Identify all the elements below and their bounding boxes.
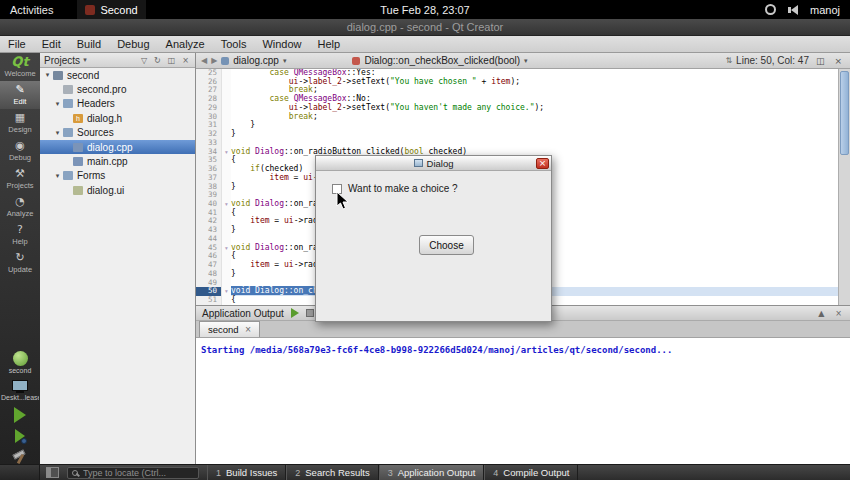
output-pane-button-application-output[interactable]: 3Application Output xyxy=(379,465,485,480)
window-list-label: Second xyxy=(100,4,137,16)
chevron-down-icon[interactable]: ▾ xyxy=(83,56,87,64)
code-text[interactable]: } xyxy=(231,121,838,130)
code-text[interactable]: ui->label_2->setText("You have chosen " … xyxy=(231,78,838,87)
close-editor-icon[interactable]: × xyxy=(831,56,845,66)
mode-update[interactable]: ↻Update xyxy=(0,249,40,277)
menu-item-window[interactable]: Window xyxy=(254,36,309,52)
output-tab-second[interactable]: second × xyxy=(199,321,260,337)
mode-debug[interactable]: ◉Debug xyxy=(0,137,40,165)
target-selector[interactable]: second Deskt...lease xyxy=(1,348,39,401)
mode-welcome[interactable]: QtWelcome xyxy=(0,53,40,81)
forward-icon[interactable]: ▶ xyxy=(211,56,217,65)
dialog-window[interactable]: Dialog × Want to make a choice ? Choose xyxy=(315,155,552,322)
mode-analyze[interactable]: ◔Analyze xyxy=(0,193,40,221)
tree-item-dialog-cpp[interactable]: dialog.cpp xyxy=(40,140,195,154)
tree-item-forms[interactable]: ▾Forms xyxy=(40,169,195,183)
volume-icon[interactable] xyxy=(788,5,798,15)
split-editor-icon[interactable]: ◫ xyxy=(813,56,828,66)
locator-input[interactable]: Type to locate (Ctrl... xyxy=(67,467,199,479)
tree-item-main-cpp[interactable]: main.cpp xyxy=(40,154,195,168)
tree-item-label: main.cpp xyxy=(87,156,128,167)
menu-item-file[interactable]: File xyxy=(0,36,34,52)
maximize-panel-icon[interactable]: ▲ xyxy=(816,309,826,318)
code-text[interactable]: ui->label_2->setText("You haven't made a… xyxy=(231,104,838,113)
app-icon xyxy=(85,5,95,15)
editor-scrollbar[interactable] xyxy=(838,69,850,305)
line-number[interactable]: 51 xyxy=(196,296,222,305)
expander-icon[interactable]: ▾ xyxy=(43,71,52,79)
fold-spacer xyxy=(222,86,231,95)
updown-icon[interactable]: ⇅ xyxy=(725,56,732,65)
scrollbar-thumb[interactable] xyxy=(840,71,849,155)
menu-item-build[interactable]: Build xyxy=(69,36,109,52)
accessibility-icon[interactable] xyxy=(765,4,776,15)
project-folder-icon xyxy=(53,71,63,80)
expander-icon[interactable]: ▾ xyxy=(53,100,62,108)
window-title: dialog.cpp - second - Qt Creator xyxy=(347,21,504,33)
expander-icon[interactable]: ▾ xyxy=(53,172,62,180)
menu-item-edit[interactable]: Edit xyxy=(34,36,69,52)
pane-number: 2 xyxy=(295,468,300,478)
checkbox-label[interactable]: Want to make a choice ? xyxy=(348,183,458,194)
fold-marker-icon[interactable]: ▾ xyxy=(222,148,231,157)
mode-help[interactable]: ?Help xyxy=(0,221,40,249)
tree-item-dialog-h[interactable]: hdialog.h xyxy=(40,111,195,125)
menu-item-debug[interactable]: Debug xyxy=(109,36,157,52)
menu-item-tools[interactable]: Tools xyxy=(213,36,255,52)
fold-marker-icon[interactable]: ▾ xyxy=(222,200,231,209)
bug-icon xyxy=(21,438,27,444)
output-pane-button-compile-output[interactable]: 4Compile Output xyxy=(484,465,578,480)
filter-icon[interactable]: ▽ xyxy=(139,56,149,65)
tree-item-second[interactable]: ▾second xyxy=(40,68,195,82)
menu-item-analyze[interactable]: Analyze xyxy=(158,36,213,52)
fold-marker-icon[interactable]: ▾ xyxy=(222,287,231,296)
fold-spacer xyxy=(222,252,231,261)
fold-marker-icon[interactable]: ▾ xyxy=(222,244,231,253)
output-console[interactable]: Starting /media/568a79e3-fc6f-4ce8-b998-… xyxy=(196,338,850,464)
output-pane-button-build-issues[interactable]: 1Build Issues xyxy=(207,465,286,480)
gnome-top-bar: Activities Second Tue Feb 28, 23:07 mano… xyxy=(0,0,850,19)
close-tab-icon[interactable]: × xyxy=(245,325,252,334)
choose-button[interactable]: Choose xyxy=(419,235,474,255)
symbol-dropdown[interactable]: Dialog::on_checkBox_clicked(bool) ▾ xyxy=(364,55,527,66)
mode-projects[interactable]: ⚒Projects xyxy=(0,165,40,193)
window-titlebar[interactable]: dialog.cpp - second - Qt Creator xyxy=(0,19,850,36)
tree-item-second-pro[interactable]: second.pro xyxy=(40,82,195,96)
output-pane-button-search-results[interactable]: 2Search Results xyxy=(286,465,378,480)
symbol-label: Dialog::on_checkBox_clicked(bool) xyxy=(364,55,520,66)
run-button[interactable] xyxy=(14,407,26,423)
close-panel-icon[interactable]: × xyxy=(180,56,191,65)
code-text[interactable]: } xyxy=(231,130,838,139)
activities-button[interactable]: Activities xyxy=(0,4,63,16)
stop-icon[interactable] xyxy=(306,309,314,317)
pane-number: 1 xyxy=(216,468,221,478)
expander-icon[interactable]: ▾ xyxy=(53,129,62,137)
user-menu[interactable]: manoj xyxy=(810,4,840,16)
fold-spacer xyxy=(222,104,231,113)
sidebar-toggle-button[interactable] xyxy=(46,467,59,478)
open-file-dropdown[interactable]: dialog.cpp ▾ xyxy=(233,55,286,66)
close-output-icon[interactable]: × xyxy=(833,309,844,318)
pro-file-icon xyxy=(63,85,73,94)
debug-run-button[interactable] xyxy=(15,429,25,443)
menu-item-help[interactable]: Help xyxy=(310,36,349,52)
mode-edit[interactable]: ✎Edit xyxy=(0,81,40,109)
tree-item-headers[interactable]: ▾Headers xyxy=(40,97,195,111)
pane-label: Search Results xyxy=(305,467,369,478)
mode-design[interactable]: ▦Design xyxy=(0,109,40,137)
split-panel-icon[interactable]: ◫ xyxy=(166,56,178,65)
tree-item-dialog-ui[interactable]: dialog.ui xyxy=(40,183,195,197)
build-button[interactable] xyxy=(11,450,29,464)
back-icon[interactable]: ◀ xyxy=(201,56,207,65)
sync-icon[interactable]: ↻ xyxy=(152,56,163,65)
fold-spacer xyxy=(222,296,231,305)
close-window-button[interactable]: × xyxy=(536,158,549,169)
dialog-titlebar[interactable]: Dialog × xyxy=(316,156,551,171)
tree-item-sources[interactable]: ▾Sources xyxy=(40,126,195,140)
project-target-icon xyxy=(13,351,28,366)
rerun-icon[interactable] xyxy=(291,308,299,318)
qt-logo-icon: Qt xyxy=(0,55,40,69)
code-text[interactable]: break; xyxy=(231,113,838,122)
window-list-button[interactable]: Second xyxy=(77,0,145,19)
clock[interactable]: Tue Feb 28, 23:07 xyxy=(380,4,470,16)
